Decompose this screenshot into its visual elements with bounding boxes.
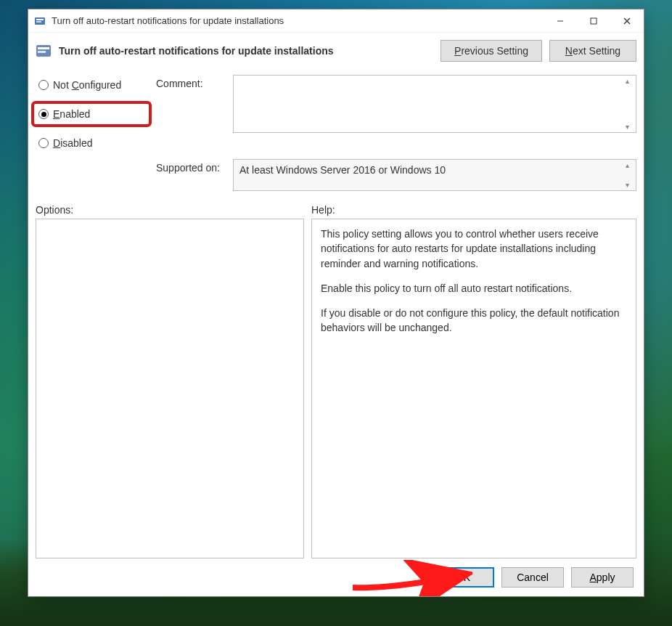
radio-icon: [38, 138, 49, 148]
supported-on-box: At least Windows Server 2016 or Windows …: [233, 159, 636, 191]
options-panel: [36, 219, 304, 558]
svg-rect-8: [38, 47, 49, 49]
help-text-3: If you disable or do not configure this …: [321, 306, 627, 336]
radio-label-disabled: Disabled: [53, 137, 93, 149]
upper-section: Not Configured Enabled Disabled Comment:…: [36, 69, 636, 200]
comment-textarea[interactable]: ▴ ▾: [233, 75, 636, 133]
dialog-footer: OK Cancel Apply: [36, 558, 636, 589]
radio-not-configured[interactable]: Not Configured: [36, 78, 152, 92]
window-content: Turn off auto-restart notifications for …: [28, 33, 644, 596]
svg-rect-1: [36, 19, 44, 20]
scroll-up-icon: ▴: [626, 161, 634, 169]
maximize-button[interactable]: [577, 9, 610, 33]
help-text-2: Enable this policy to turn off all auto …: [321, 281, 627, 296]
help-label: Help:: [311, 204, 335, 216]
lower-section: This policy setting allows you to contro…: [36, 219, 636, 558]
radio-disabled[interactable]: Disabled: [36, 136, 152, 150]
annotation-highlight-enabled: Enabled: [31, 101, 152, 127]
state-radio-group: Not Configured Enabled Disabled: [36, 75, 152, 150]
cancel-button[interactable]: Cancel: [501, 567, 564, 588]
radio-label-not-configured: Not Configured: [53, 79, 121, 91]
help-text-1: This policy setting allows you to contro…: [321, 227, 627, 271]
supported-value: At least Windows Server 2016 or Windows …: [239, 164, 446, 176]
previous-setting-button[interactable]: Previous Setting: [441, 40, 542, 62]
policy-editor-window: Turn off auto-restart notifications for …: [28, 9, 644, 597]
svg-rect-9: [38, 51, 46, 53]
comment-label: Comment:: [156, 75, 229, 89]
ok-button[interactable]: OK: [432, 567, 494, 588]
radio-label-enabled: Enabled: [53, 108, 90, 120]
window-title: Turn off auto-restart notifications for …: [52, 15, 544, 26]
header-row: Turn off auto-restart notifications for …: [36, 37, 636, 69]
radio-enabled[interactable]: Enabled: [37, 107, 91, 121]
policy-icon: [34, 15, 46, 27]
minimize-button[interactable]: [544, 9, 577, 33]
policy-title: Turn off auto-restart notifications for …: [59, 45, 433, 57]
lower-labels: Options: Help:: [36, 200, 636, 219]
policy-header-icon: [36, 43, 52, 59]
help-panel: This policy setting allows you to contro…: [311, 219, 636, 558]
svg-rect-2: [36, 21, 41, 23]
options-label: Options:: [36, 204, 311, 216]
apply-button[interactable]: Apply: [571, 567, 634, 588]
scroll-up-icon: ▴: [626, 77, 634, 85]
close-button[interactable]: [610, 9, 644, 33]
svg-rect-4: [591, 18, 597, 24]
supported-label: Supported on:: [156, 159, 229, 174]
radio-icon: [38, 80, 49, 90]
scroll-down-icon: ▾: [626, 181, 634, 189]
next-setting-button[interactable]: Next Setting: [549, 40, 636, 62]
radio-icon: [38, 109, 49, 119]
scroll-down-icon: ▾: [626, 123, 634, 131]
titlebar: Turn off auto-restart notifications for …: [28, 9, 644, 33]
